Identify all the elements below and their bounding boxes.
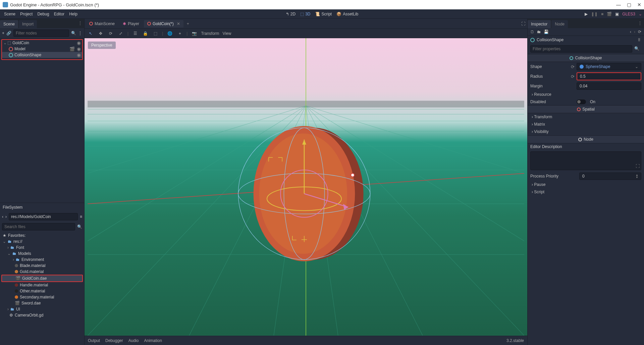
script-expand[interactable]: › Script	[528, 188, 644, 196]
prop-shape-value[interactable]: SphereShape⌄	[577, 63, 641, 70]
section-spatial[interactable]: Spatial	[528, 105, 644, 113]
search-icon[interactable]: 🔍	[632, 45, 641, 53]
fs-file-goldcoin[interactable]: 🎬GoldCoin.dae	[1, 275, 83, 282]
tree-node-model[interactable]: Model 🎬 ◉	[2, 46, 82, 52]
dock-menu-icon[interactable]: ⋮	[78, 21, 82, 25]
select-tool-icon[interactable]: ↖	[87, 31, 94, 36]
fs-file-secondary[interactable]: Secondary.material	[1, 294, 83, 300]
node-tab[interactable]: Node	[551, 20, 568, 28]
fs-file-sword[interactable]: 🎬Sword.dae	[1, 300, 83, 306]
bottom-output[interactable]: Output	[88, 338, 100, 343]
revert-icon[interactable]: ⟳	[571, 74, 575, 79]
pause-expand[interactable]: › Pause	[528, 181, 644, 188]
menu-project[interactable]: Project	[20, 12, 33, 16]
add-scene-tab[interactable]: +	[185, 21, 191, 26]
resource-expand[interactable]: › Resource	[528, 91, 644, 98]
scene-dock-tab[interactable]: Scene	[0, 20, 18, 28]
bottom-animation[interactable]: Animation	[144, 338, 162, 343]
search-icon[interactable]: 🔍	[71, 31, 76, 36]
fs-forward-icon[interactable]: ›	[5, 214, 7, 219]
node-tools-icon[interactable]: 🎚	[637, 38, 641, 42]
lock-tool-icon[interactable]: 🔒	[142, 31, 149, 36]
transform-expand[interactable]: › Transform	[528, 113, 644, 121]
fs-view-mode-icon[interactable]: ≡	[80, 214, 82, 219]
filter-properties-input[interactable]	[530, 45, 632, 53]
menu-help[interactable]: Help	[69, 12, 77, 16]
history-fwd-icon[interactable]: ›	[634, 29, 635, 34]
save-resource-icon[interactable]: 💾	[544, 29, 549, 34]
rotate-tool-icon[interactable]: ⟳	[107, 31, 114, 36]
mode-2d[interactable]: ↰ 2D	[286, 12, 296, 16]
section-node[interactable]: Node	[528, 135, 644, 143]
dock-menu-icon[interactable]: ⋮	[638, 21, 642, 25]
scene-tab-goldcoin[interactable]: GoldCoin(*)✕	[144, 20, 183, 27]
scene-menu-icon[interactable]: ⋮	[78, 31, 82, 36]
renderer-select[interactable]: GLES3	[622, 12, 635, 16]
scene-tab-mainscene[interactable]: MainScene	[86, 20, 118, 27]
tree-node-collisionshape[interactable]: CollisionShape ◉	[2, 52, 82, 58]
disabled-toggle[interactable]	[577, 99, 586, 104]
revert-icon[interactable]: ⟳	[571, 64, 575, 69]
stop-button[interactable]: ■	[601, 12, 603, 16]
search-icon[interactable]: 🔍	[77, 224, 82, 229]
visibility-icon[interactable]: ◉	[77, 52, 81, 58]
renderer-dropdown-icon[interactable]: ⌄	[639, 12, 642, 16]
open-resource-icon[interactable]: 🖿	[537, 29, 541, 34]
fs-search-input[interactable]	[2, 223, 75, 230]
scene-link-icon[interactable]: 🎬	[69, 47, 75, 52]
spinner-icon[interactable]: ▲▼	[636, 174, 638, 179]
bottom-debugger[interactable]: Debugger	[105, 338, 123, 343]
bottom-audio[interactable]: Audio	[128, 338, 139, 343]
group-tool-icon[interactable]: ⬚	[152, 31, 159, 36]
prop-priority-value[interactable]: 0▲▼	[579, 172, 641, 180]
distraction-free-icon[interactable]: ⛶	[521, 21, 525, 26]
fs-file-blade[interactable]: Blade.material	[1, 263, 83, 269]
play-custom-button[interactable]: ▣	[615, 12, 619, 16]
filter-nodes-input[interactable]	[13, 29, 69, 37]
menu-debug[interactable]: Debug	[37, 12, 49, 16]
fs-folder-font[interactable]: ›🖿Font	[1, 245, 83, 251]
maximize-button[interactable]: ▢	[627, 2, 631, 7]
inspector-tab[interactable]: Inspector	[528, 20, 551, 28]
editor-description-box[interactable]: ⛶	[530, 151, 641, 170]
view-menu[interactable]: View	[223, 31, 231, 36]
play-scene-button[interactable]: 🎬	[607, 12, 612, 16]
chevron-down-icon[interactable]: ⌄	[635, 64, 638, 69]
local-tool-icon[interactable]: 🌐	[166, 31, 173, 36]
play-button[interactable]: ▶	[585, 12, 588, 16]
close-button[interactable]: ✕	[637, 2, 641, 7]
matrix-expand[interactable]: › Matrix	[528, 121, 644, 128]
fs-file-other[interactable]: Other.material	[1, 288, 83, 294]
snap-tool-icon[interactable]: ⌖	[176, 31, 183, 36]
expand-icon[interactable]: ⛶	[636, 164, 640, 168]
mode-3d[interactable]: ⬚ 3D	[300, 12, 310, 16]
list-tool-icon[interactable]: ☰	[132, 31, 139, 36]
new-resource-icon[interactable]: 🗋	[530, 29, 534, 34]
fs-file-gold[interactable]: Gold.material	[1, 269, 83, 275]
visibility-expand[interactable]: › Visibility	[528, 128, 644, 135]
fs-file-cameraorbit[interactable]: ⚙CameraOrbit.gd	[1, 312, 83, 318]
fs-file-handle[interactable]: Handle.material	[1, 282, 83, 288]
prop-margin-value[interactable]: 0.04	[577, 82, 641, 90]
import-dock-tab[interactable]: Import	[19, 20, 37, 28]
fs-favorites[interactable]: ★Favorites:	[1, 232, 83, 238]
camera-tool-icon[interactable]: 📷	[191, 31, 198, 36]
history-back-icon[interactable]: ‹	[630, 29, 631, 34]
link-node-icon[interactable]: 🔗	[6, 31, 11, 36]
mode-script[interactable]: 📜 Script	[315, 12, 332, 16]
pause-button[interactable]: ❚❚	[591, 12, 598, 16]
tree-root-goldcoin[interactable]: ⌄⬚ GoldCoin ◉	[2, 40, 82, 46]
minimize-button[interactable]: —	[616, 2, 621, 7]
fs-path[interactable]: res://Models/GoldCoin	[9, 213, 78, 220]
section-collisionshape[interactable]: CollisionShape	[528, 54, 644, 62]
menu-scene[interactable]: Scene	[4, 12, 15, 16]
mode-assetlib[interactable]: 📦 AssetLib	[336, 12, 358, 16]
move-tool-icon[interactable]: ✥	[97, 31, 104, 36]
visibility-icon[interactable]: ◉	[77, 46, 81, 52]
prop-radius-value[interactable]: 0.5	[577, 72, 641, 80]
viewport-3d[interactable]: Perspective	[85, 38, 527, 336]
menu-editor[interactable]: Editor	[54, 12, 64, 16]
fs-folder-ui[interactable]: ›🖿UI	[1, 306, 83, 312]
transform-menu[interactable]: Transform	[201, 31, 219, 36]
visibility-icon[interactable]: ◉	[77, 40, 81, 46]
